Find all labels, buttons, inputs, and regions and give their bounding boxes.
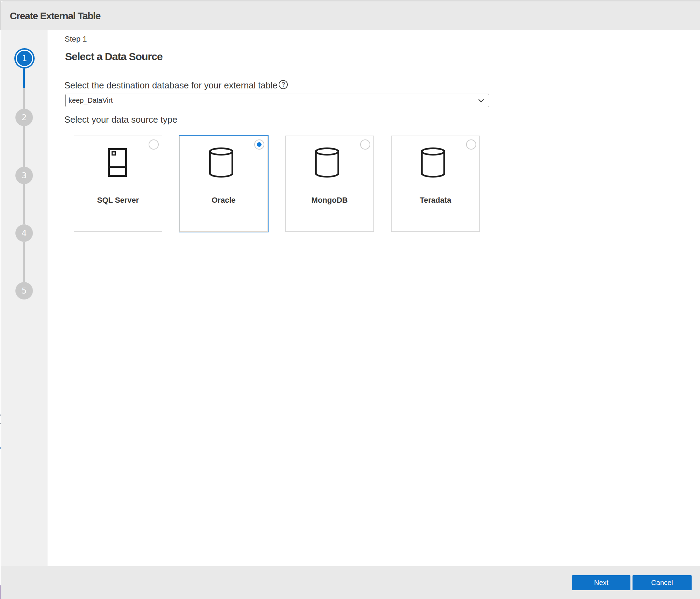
database-icon [180, 147, 267, 176]
step-number: 1 [22, 54, 27, 63]
dialog-title: Create External Table [10, 11, 100, 21]
cancel-button[interactable]: Cancel [633, 575, 692, 590]
step-number: 5 [22, 286, 27, 295]
step-number: 4 [22, 229, 27, 238]
stepper-connector [23, 88, 25, 109]
stepper-connector [23, 242, 25, 282]
stepper-connector [23, 126, 25, 167]
wizard-stepper: 1 2 3 4 5 [1, 30, 48, 566]
stepper-connector [23, 184, 25, 224]
selected-database: keep_DataVirt [69, 96, 113, 104]
step-number: 3 [22, 171, 27, 180]
database-icon [286, 147, 373, 176]
stepper-step-2[interactable]: 2 [15, 109, 33, 126]
dialog-footer: Next Cancel [1, 566, 700, 599]
card-label: Oracle [180, 196, 267, 204]
wizard-page: Step 1 Select a Data Source Select the d… [48, 30, 700, 566]
stepper-step-3[interactable]: 3 [15, 167, 33, 184]
card-label: MongoDB [286, 196, 373, 204]
stepper-step-1[interactable]: 1 [14, 48, 35, 68]
chevron-down-icon [478, 98, 484, 103]
card-label: Teradata [392, 196, 479, 204]
card-label: SQL Server [74, 196, 162, 204]
card-divider [77, 186, 159, 186]
step-eyebrow: Step 1 [65, 35, 87, 43]
stepper-connector-done [23, 68, 25, 88]
source-type-label: Select your data source type [64, 115, 177, 124]
dialog-header: Create External Table [1, 1, 700, 30]
card-divider [395, 186, 476, 186]
next-button[interactable]: Next [572, 575, 630, 590]
card-oracle[interactable]: Oracle [179, 136, 268, 232]
card-mongodb[interactable]: MongoDB [285, 136, 374, 232]
stepper-step-5[interactable]: 5 [15, 282, 33, 300]
data-source-cards: SQL Server Oracle [48, 136, 700, 232]
create-external-table-dialog: Create External Table 1 2 3 4 5 Step 1 S… [1, 1, 700, 599]
svg-text:?: ? [281, 81, 285, 88]
step-number: 2 [22, 113, 27, 122]
card-divider [289, 186, 370, 186]
card-sql-server[interactable]: SQL Server [74, 136, 162, 232]
card-divider [183, 186, 264, 186]
help-icon[interactable]: ? [279, 80, 288, 89]
destination-database-label: Select the destination database for your… [64, 81, 278, 90]
destination-database-select[interactable]: keep_DataVirt [65, 94, 489, 107]
database-icon [392, 147, 479, 176]
server-icon [74, 147, 162, 176]
stepper-step-4[interactable]: 4 [15, 224, 33, 242]
page-title: Select a Data Source [65, 51, 163, 62]
card-teradata[interactable]: Teradata [391, 136, 480, 232]
